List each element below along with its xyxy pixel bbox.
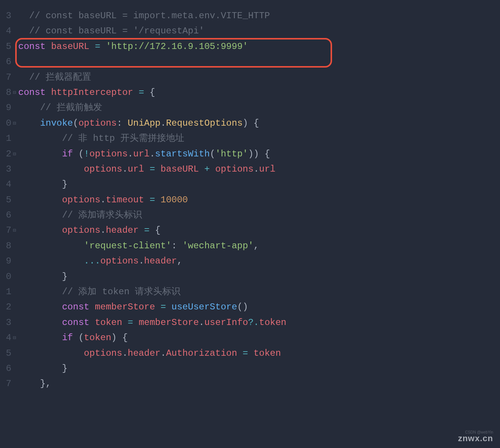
code-line[interactable]: // 非 http 开头需拼接地址 [18,131,286,146]
line-number: 8 [0,85,11,100]
code-token [133,317,138,328]
code-token: url [133,149,149,159]
fold-toggle[interactable]: ⊟ [11,223,17,238]
code-token: invoke [40,118,73,128]
code-token: header [128,348,160,358]
code-token: 10000 [161,195,188,205]
code-line[interactable]: options.url = baseURL + options.url [18,162,286,177]
code-token: . [253,164,259,174]
code-token [18,348,84,358]
code-editor[interactable]: 3456789012345678901234567 ⊟⊟⊟⊟⊟ // const… [0,0,500,448]
line-number: 9 [0,100,11,115]
code-token: header [144,256,177,266]
code-token: ) { [243,118,259,128]
code-line[interactable]: options.header.Authorization = token [18,346,286,361]
code-line[interactable]: invoke(options: UniApp.RequestOptions) { [18,116,286,131]
code-token: = [243,348,248,358]
fold-toggle [11,254,17,269]
code-token: memberStore [95,302,155,312]
fold-toggle [11,346,17,361]
code-token: . [150,149,155,159]
code-token [248,348,253,358]
code-token: options [89,149,128,159]
code-token: ( [73,118,78,128]
code-line[interactable]: // const baseURL = '/requestApi' [18,24,286,39]
code-token [155,164,160,174]
code-line[interactable]: } [18,177,286,192]
code-token: ( [210,149,215,159]
code-token [18,133,62,144]
code-line[interactable]: const token = memberStore.userInfo?.toke… [18,315,286,330]
code-token: . [128,149,133,159]
fold-toggle[interactable]: ⊟ [11,116,17,131]
code-token: , [253,241,259,251]
fold-toggle[interactable]: ⊟ [11,85,17,100]
line-number: 4 [0,330,11,345]
code-token: ( [78,149,84,159]
code-token [18,195,62,205]
code-token: = [144,225,149,235]
code-token: // 非 http 开头需拼接地址 [62,133,184,144]
code-line[interactable]: options.header = { [18,223,286,238]
code-line[interactable]: 'request-client': 'wechart-app', [18,238,286,254]
code-line[interactable]: // 添加请求头标识 [18,208,286,223]
fold-toggle [11,269,17,284]
code-token: ... [84,256,100,266]
code-token: ) { [111,333,128,343]
watermark: znwx.cn [458,434,493,443]
code-token: . [122,348,128,358]
code-line[interactable]: // const baseURL = import.meta.env.VITE_… [18,8,286,24]
code-line[interactable]: // 添加 token 请求头标识 [18,284,286,300]
fold-toggle [11,300,17,315]
code-line[interactable]: const httpInterceptor = { [18,85,286,100]
fold-toggle[interactable]: ⊟ [11,147,17,162]
code-token: . [100,195,106,205]
line-number: 2 [0,300,11,315]
line-number: 6 [0,361,11,376]
fold-toggle [11,8,17,24]
code-token: . [100,225,106,235]
code-token: options [84,348,122,358]
code-token: . [122,164,128,174]
code-token: // 添加 token 请求头标识 [62,287,180,297]
fold-toggle[interactable]: ⊟ [11,330,17,345]
fold-toggle [11,162,17,177]
code-line[interactable]: const memberStore = useUserStore() [18,300,286,315]
code-line[interactable]: if (!options.url.startsWith('http')) { [18,147,286,162]
code-line[interactable]: ...options.header, [18,254,286,269]
code-token: = [139,87,144,98]
code-token: options [62,195,100,205]
code-token: 'http' [215,149,248,159]
code-token: { [150,225,161,235]
code-token: 'request-client' [84,241,171,251]
line-number: 4 [0,177,11,192]
code-token: url [128,164,144,174]
code-line[interactable]: options.timeout = 10000 [18,192,286,208]
code-token: } [18,363,68,374]
code-line[interactable]: // 拦截前触发 [18,100,286,115]
code-token: () [237,302,248,312]
code-line[interactable]: }, [18,376,286,391]
code-token: options [100,256,139,266]
fold-toggle [11,131,17,146]
line-number: 3 [0,315,11,330]
code-line[interactable]: } [18,269,286,284]
code-token: options [62,225,100,235]
code-token: , [177,256,182,266]
code-token [210,164,215,174]
fold-toggle [11,70,17,85]
code-token: token [259,317,286,328]
code-token: ( [78,333,84,343]
code-line[interactable]: // 拦截器配置 [18,70,286,85]
code-token [18,149,62,159]
code-token: token [84,333,111,343]
code-token: = [128,317,133,328]
code-line[interactable]: if (token) { [18,330,286,345]
code-line[interactable]: } [18,361,286,376]
code-token: { [144,87,155,98]
fold-column[interactable]: ⊟⊟⊟⊟⊟ [11,0,17,448]
code-token: userInfo [204,317,248,328]
code-token: . [199,317,204,328]
highlight-annotation [15,38,332,68]
code-token: // 拦截器配置 [29,72,91,82]
